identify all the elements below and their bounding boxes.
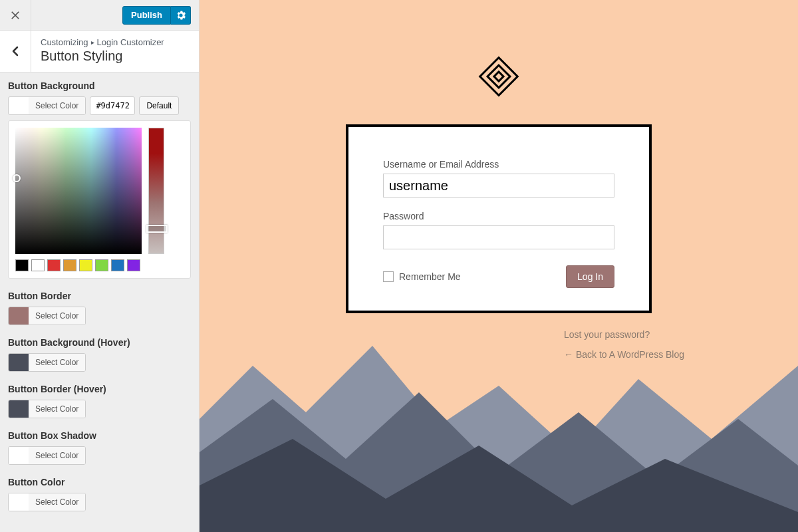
select-color-label: Select Color <box>29 354 85 371</box>
username-label: Username or Email Address <box>383 159 614 170</box>
color-swatch <box>9 400 29 418</box>
control-button-color: Button Color Select Color <box>8 477 191 511</box>
control-label: Button Border (Hover) <box>8 384 191 394</box>
password-input[interactable] <box>383 225 614 249</box>
select-color-label: Select Color <box>29 307 85 325</box>
control-label: Button Background (Hover) <box>8 337 191 348</box>
gear-icon <box>176 11 186 20</box>
select-color-label: Select Color <box>29 447 85 464</box>
top-actions: Publish <box>122 6 191 25</box>
saturation-handle[interactable] <box>13 174 21 182</box>
close-button[interactable] <box>0 0 31 31</box>
palette-swatch[interactable] <box>63 259 76 271</box>
control-label: Button Border <box>8 291 191 301</box>
chevron-left-icon <box>10 46 21 57</box>
hex-input[interactable] <box>90 96 135 115</box>
mountains-illustration <box>200 279 798 532</box>
login-form: Username or Email Address Password Remem… <box>346 124 652 313</box>
section-header: Customizing ▸ Login Customizer Button St… <box>0 31 199 72</box>
site-logo <box>472 50 525 106</box>
color-swatch-button[interactable]: Select Color <box>8 307 86 325</box>
select-color-label: Select Color <box>29 493 85 511</box>
control-button-box-shadow: Button Box Shadow Select Color <box>8 430 191 465</box>
select-color-label: Select Color <box>29 400 85 418</box>
palette-swatch[interactable] <box>79 259 92 271</box>
palette-row <box>15 259 184 271</box>
breadcrumb-root: Customizing <box>41 37 88 47</box>
color-swatch-button[interactable]: Select Color <box>8 446 86 465</box>
header-titles: Customizing ▸ Login Customizer Button St… <box>31 31 199 72</box>
password-label: Password <box>383 211 614 221</box>
control-button-background: Button Background Select Color Default <box>8 80 191 279</box>
control-label: Button Box Shadow <box>8 430 191 441</box>
palette-swatch[interactable] <box>47 259 61 271</box>
color-swatch-button[interactable]: Select Color <box>8 353 86 372</box>
remember-label: Remember Me <box>399 271 461 282</box>
lost-password-link[interactable]: Lost your password? <box>564 329 684 340</box>
close-icon <box>11 11 20 20</box>
breadcrumb-section: Login Customizer <box>97 37 164 47</box>
palette-swatch[interactable] <box>95 259 108 271</box>
control-button-bg-hover: Button Background (Hover) Select Color <box>8 337 191 372</box>
hue-slider[interactable] <box>148 128 164 254</box>
publish-button[interactable]: Publish <box>122 6 171 25</box>
color-swatch <box>9 354 29 371</box>
color-swatch <box>9 493 29 511</box>
back-button[interactable] <box>0 31 31 72</box>
remember-me[interactable]: Remember Me <box>383 271 461 282</box>
color-swatch <box>9 97 29 114</box>
palette-swatch[interactable] <box>15 259 29 271</box>
default-button[interactable]: Default <box>139 96 179 115</box>
color-swatch-button[interactable]: Select Color <box>8 493 86 511</box>
sidebar-topbar: Publish <box>0 0 199 31</box>
svg-rect-1 <box>487 65 510 88</box>
preview-pane: Username or Email Address Password Remem… <box>200 0 798 532</box>
color-picker-panel <box>8 120 191 279</box>
control-button-border-hover: Button Border (Hover) Select Color <box>8 384 191 418</box>
controls-scroll[interactable]: Button Background Select Color Default <box>0 72 199 532</box>
svg-rect-2 <box>494 72 503 81</box>
remember-checkbox[interactable] <box>383 271 394 282</box>
breadcrumb: Customizing ▸ Login Customizer <box>41 37 190 47</box>
svg-rect-0 <box>480 58 518 96</box>
saturation-area[interactable] <box>15 128 142 254</box>
control-label: Button Color <box>8 477 191 487</box>
control-button-border: Button Border Select Color <box>8 291 191 325</box>
color-swatch <box>9 307 29 325</box>
login-button[interactable]: Log In <box>566 265 614 288</box>
color-swatch-button[interactable]: Select Color <box>8 400 86 418</box>
palette-swatch[interactable] <box>111 259 124 271</box>
select-color-label: Select Color <box>29 97 85 114</box>
breadcrumb-caret-icon: ▸ <box>91 39 94 46</box>
control-label: Button Background <box>8 80 191 91</box>
customizer-sidebar: Publish Customizing ▸ Login Customizer B… <box>0 0 200 532</box>
palette-swatch[interactable] <box>31 259 45 271</box>
username-input[interactable] <box>383 174 614 198</box>
color-swatch-button[interactable]: Select Color <box>8 96 86 115</box>
palette-swatch[interactable] <box>127 259 140 271</box>
publish-settings-button[interactable] <box>171 6 191 25</box>
logo-icon <box>472 50 525 103</box>
section-title: Button Styling <box>41 49 190 64</box>
below-login-links: Lost your password? ← Back to A WordPres… <box>564 329 684 369</box>
hue-handle[interactable] <box>146 225 168 233</box>
color-swatch <box>9 447 29 464</box>
back-to-site-link[interactable]: ← Back to A WordPress Blog <box>564 349 684 360</box>
